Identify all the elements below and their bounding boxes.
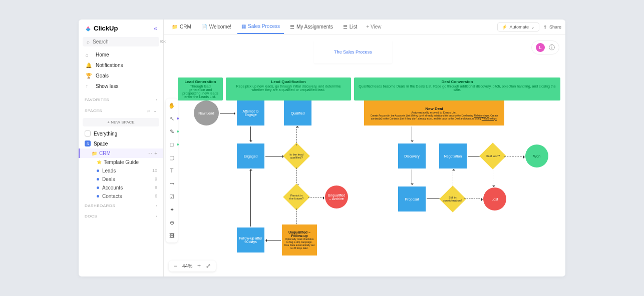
phase-lead-generation[interactable]: Lead GenerationThrough lead generation a… — [178, 78, 223, 100]
new-space-button[interactable]: + NEW SPACE — [83, 118, 159, 126]
task-tool-icon[interactable]: ☑ — [168, 192, 176, 200]
tree-item-leads[interactable]: Leads10 — [97, 166, 163, 175]
node-new-deal[interactable]: New Deal Automatically moved to Deals Li… — [364, 100, 504, 126]
text-tool-icon[interactable]: T — [168, 166, 176, 174]
whiteboard-canvas[interactable]: L ⓘ The Sales Process Lead GenerationThr… — [164, 34, 565, 276]
nav-home[interactable]: ⌂Home — [79, 50, 163, 60]
share-button[interactable]: ⇪Share — [543, 24, 561, 30]
pen-tool-icon[interactable]: ✎ — [168, 128, 176, 136]
tree-crm-folder[interactable]: 📁CRM ⋯+ — [79, 148, 163, 158]
doc-icon: 📄 — [201, 24, 207, 30]
node-unqualified-archive[interactable]: Unqualified – Archive — [325, 186, 348, 208]
phase3-title: Deal Conversion — [358, 80, 556, 84]
section-docs[interactable]: DOCS› — [79, 211, 163, 222]
figma-tool-icon[interactable]: ✦ — [168, 206, 176, 214]
node-unqualified-followup[interactable]: Unqualified – Follow-up Optionally mark … — [282, 224, 317, 256]
section-dashboards[interactable]: DASHBOARDS› — [79, 200, 163, 211]
fit-button[interactable]: ⤢ — [206, 262, 211, 270]
node-is-qualified[interactable]: Is the lead qualified? — [283, 142, 310, 170]
tab-list[interactable]: ☰List — [339, 20, 362, 34]
node-still-consideration[interactable]: Still in consideration? — [439, 186, 466, 212]
arrow — [464, 198, 482, 199]
pointer-tool-icon[interactable]: ↖ — [168, 114, 176, 122]
avatar[interactable]: L — [536, 43, 545, 52]
arrow — [504, 156, 524, 156]
node-followup[interactable]: Follow-up after 90 days — [237, 228, 264, 252]
nav-show-less[interactable]: ↑Show less — [79, 81, 163, 92]
node-attempt-engage[interactable]: Attempt to Engage — [237, 100, 264, 126]
arrow — [296, 126, 297, 146]
node-new-lead[interactable]: New Lead — [194, 100, 219, 126]
tree-everything[interactable]: Everything — [79, 128, 163, 138]
shape-tool-icon[interactable]: □ — [168, 140, 176, 148]
main-area: 📁CRM 📄Welcome! ▦Sales Process ☰My Assign… — [164, 20, 565, 276]
crm-label: CRM — [99, 150, 111, 156]
phase-deal-conversion[interactable]: Deal ConversionQualified leads become De… — [354, 78, 560, 100]
node-revisit[interactable]: Revisit in the future? — [283, 184, 310, 210]
node-deal-won[interactable]: Deal won? — [479, 142, 506, 170]
collapse-sidebar-icon[interactable]: « — [154, 25, 157, 32]
tab-assign-label: My Assignments — [296, 24, 333, 30]
search-spaces-icon[interactable]: ⌕ — [147, 108, 150, 113]
zoom-out-button[interactable]: − — [174, 262, 177, 270]
item-count: 9 — [155, 176, 157, 182]
web-tool-icon[interactable]: ⊕ — [168, 218, 176, 226]
search-box[interactable]: ⌕ ⌘K — [83, 37, 159, 46]
zoom-controls: − 44% + ⤢ — [169, 260, 216, 272]
node-won[interactable]: Won — [525, 144, 548, 168]
tree-item-template-guide[interactable]: ⭐Template Guide — [97, 158, 163, 166]
info-icon[interactable]: ⓘ — [549, 44, 555, 52]
node-qualified[interactable]: Qualified — [284, 100, 311, 126]
arrow — [296, 168, 297, 186]
tab-crm[interactable]: 📁CRM — [168, 20, 195, 34]
node-lost[interactable]: Lost — [483, 188, 506, 210]
arrow — [412, 126, 412, 142]
status-dot — [97, 195, 99, 198]
sticky-tool-icon[interactable]: ▢ — [168, 154, 176, 162]
node-proposal[interactable]: Proposal — [398, 186, 426, 212]
item-count: 10 — [152, 168, 157, 174]
nav-home-label: Home — [96, 52, 109, 58]
section-spaces[interactable]: SPACES ⌕⌄ — [79, 105, 163, 116]
nav-goals[interactable]: 🏆Goals — [79, 70, 163, 81]
flowchart: New Lead Attempt to Engage Qualified New… — [184, 98, 560, 256]
tab-welcome[interactable]: 📄Welcome! — [197, 20, 235, 34]
canvas-title-card[interactable]: The Sales Process — [314, 40, 392, 64]
node-engaged[interactable]: Engaged — [237, 144, 264, 168]
dashboards-label: DASHBOARDS — [85, 204, 115, 208]
search-input[interactable] — [93, 39, 156, 44]
new-deal-link2[interactable]: Relationships — [482, 117, 497, 120]
node-discovery[interactable]: Discovery — [398, 144, 426, 168]
image-tool-icon[interactable]: 🖼 — [168, 232, 176, 240]
chevron-down-icon[interactable]: ⌄ — [153, 108, 158, 113]
item-count: 6 — [155, 194, 157, 199]
logo[interactable]: ClickUp — [85, 24, 118, 32]
chevron-right-icon: › — [156, 214, 157, 218]
unq-follow-desc: Optionally mark checkbox to flag a drip … — [284, 238, 315, 250]
home-icon: ⌂ — [86, 52, 92, 58]
hand-tool-icon[interactable]: ✋ — [168, 102, 176, 110]
nav-notifications[interactable]: 🔔Notifications — [79, 60, 163, 70]
add-view-button[interactable]: + View — [363, 24, 384, 30]
automate-button[interactable]: ⚡Automate⌄ — [497, 22, 539, 32]
tab-sales-label: Sales Process — [248, 24, 280, 29]
node-negotiation[interactable]: Negotiation — [439, 144, 467, 168]
tree-item-accounts[interactable]: Accounts8 — [97, 184, 163, 192]
zoom-in-button[interactable]: + — [197, 262, 201, 270]
arrow — [250, 126, 251, 142]
more-icon[interactable]: ⋯ — [147, 150, 152, 156]
arrow — [296, 208, 297, 226]
view-label: View — [371, 24, 382, 30]
tree-space[interactable]: SSpace — [79, 138, 163, 148]
connector-tool-icon[interactable]: ⤳ — [168, 180, 176, 188]
tree-item-contacts[interactable]: Contacts6 — [97, 192, 163, 200]
tab-my-assignments[interactable]: ☰My Assignments — [286, 20, 337, 34]
plus-icon[interactable]: + — [154, 150, 157, 156]
section-favorites[interactable]: FAVORITES› — [79, 94, 163, 105]
tab-sales-process[interactable]: ▦Sales Process — [237, 20, 284, 34]
list-icon: ☰ — [343, 24, 348, 30]
phase-lead-qualification[interactable]: Lead QualificationReps pick up new leads… — [226, 78, 351, 100]
item-count: 8 — [155, 185, 157, 190]
tree-item-deals[interactable]: Deals9 — [97, 175, 163, 184]
tab-list-label: List — [350, 24, 358, 30]
